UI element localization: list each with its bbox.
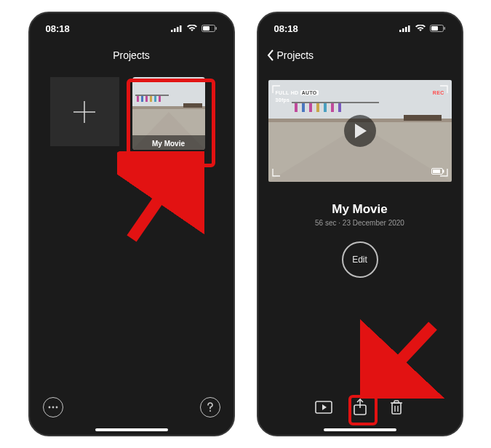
annotation-arrow [360,319,447,399]
status-bar: 08:18 [30,13,233,39]
play-toolbar-button[interactable] [315,399,332,416]
battery-overlay-icon [431,168,444,175]
ellipsis-icon [48,406,58,409]
svg-rect-19 [183,103,202,108]
question-icon [207,402,214,412]
svg-rect-0 [171,30,173,32]
status-time: 08:18 [46,23,70,34]
svg-point-24 [48,407,50,409]
chevron-left-icon [267,49,274,61]
svg-rect-31 [408,25,410,32]
share-icon [353,399,367,416]
svg-rect-6 [215,27,217,30]
phone-projects-screen: 08:18 Projects [28,12,235,436]
signal-icon [171,25,183,32]
svg-rect-1 [174,28,176,32]
svg-rect-14 [141,96,143,102]
svg-rect-50 [443,170,444,173]
phone-detail-screen: 08:18 Projects [257,12,463,436]
svg-point-27 [209,410,210,412]
create-project-button[interactable] [50,77,119,146]
video-preview[interactable]: FULL HD AUTO 30fps REC [268,80,452,182]
edit-button[interactable]: Edit [342,241,378,278]
svg-rect-13 [137,96,139,102]
video-resolution-label: FULL HD AUTO [276,90,319,95]
svg-rect-15 [145,96,148,102]
share-button[interactable] [351,399,369,416]
play-rect-icon [315,401,332,414]
svg-rect-17 [154,96,156,102]
movie-title: My Movie [258,202,462,217]
back-label: Projects [277,49,314,61]
status-time: 08:18 [274,23,298,34]
projects-grid: My Movie [30,61,233,166]
svg-rect-16 [150,96,152,102]
svg-rect-33 [431,26,438,31]
movie-metadata: 56 sec · 23 December 2020 [258,219,462,227]
delete-button[interactable] [388,399,405,416]
svg-rect-58 [392,403,401,414]
svg-line-53 [378,326,433,384]
video-rec-label: REC [433,90,444,95]
svg-point-26 [55,407,57,409]
battery-icon [430,25,446,32]
svg-rect-28 [399,30,402,32]
project-tile-my-movie[interactable]: My Movie [132,77,205,150]
plus-icon [72,100,97,124]
status-icons [399,25,446,32]
play-icon [354,124,367,138]
svg-rect-5 [203,26,209,31]
play-button[interactable] [344,115,376,147]
edit-label: Edit [352,255,367,265]
svg-rect-9 [132,77,205,108]
page-title: Projects [30,49,233,61]
svg-point-25 [52,407,54,409]
svg-rect-49 [433,169,440,173]
svg-rect-30 [405,27,407,32]
footer-bar [30,397,233,425]
svg-rect-12 [135,95,169,96]
status-icons [171,25,217,32]
more-options-button[interactable] [43,397,63,417]
trash-icon [389,399,404,415]
signal-icon [399,25,411,32]
home-indicator[interactable] [95,428,168,431]
project-tile-label: My Movie [132,140,205,148]
svg-marker-55 [322,404,327,410]
svg-rect-18 [159,96,161,102]
svg-line-23 [132,173,177,239]
svg-rect-2 [177,27,179,32]
back-button[interactable]: Projects [258,39,462,61]
svg-rect-62 [394,401,399,403]
battery-icon [201,25,217,32]
project-thumbnail [132,77,205,150]
status-bar: 08:18 [258,13,462,39]
home-indicator[interactable] [324,428,396,431]
svg-marker-51 [355,124,367,138]
wifi-icon [187,25,197,32]
video-fps-label: 30fps [276,97,290,103]
wifi-icon [415,25,426,32]
svg-rect-3 [180,25,182,32]
svg-rect-34 [444,27,445,30]
toolbar [258,399,462,423]
help-button[interactable] [200,397,220,417]
svg-rect-29 [402,28,404,32]
